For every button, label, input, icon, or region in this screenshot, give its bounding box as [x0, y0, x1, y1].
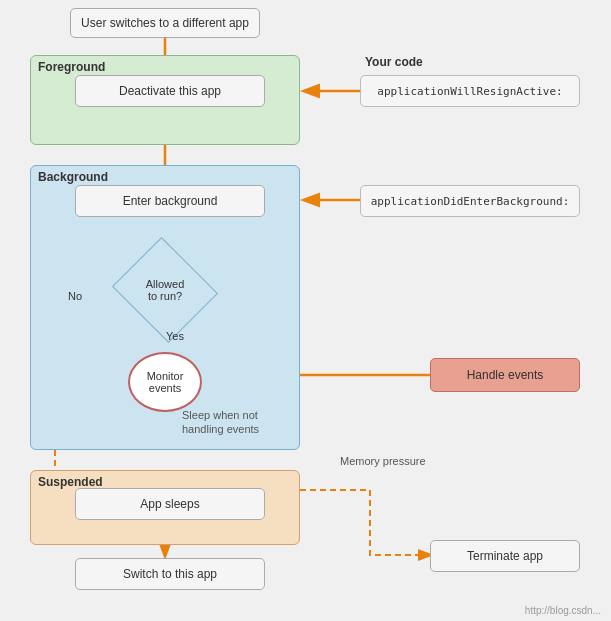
- background-label: Background: [38, 170, 108, 184]
- foreground-label: Foreground: [38, 60, 105, 74]
- app-sleeps-label: App sleeps: [140, 497, 199, 511]
- enter-bg-label: applicationDidEnterBackground:: [371, 195, 570, 208]
- diagram: User switches to a different app Foregro…: [0, 0, 611, 621]
- suspended-label: Suspended: [38, 475, 103, 489]
- resign-active-box: applicationWillResignActive:: [360, 75, 580, 107]
- handle-events-box: Handle events: [430, 358, 580, 392]
- handle-events-label: Handle events: [467, 368, 544, 382]
- allowed-diamond: Allowedto run?: [125, 255, 205, 325]
- enter-background-label: Enter background: [123, 194, 218, 208]
- switch-to-label: Switch to this app: [123, 567, 217, 581]
- monitor-events-box: Monitor events: [128, 352, 202, 412]
- user-switches-label: User switches to a different app: [81, 16, 249, 30]
- your-code-label: Your code: [365, 55, 423, 69]
- deactivate-box: Deactivate this app: [75, 75, 265, 107]
- resign-active-label: applicationWillResignActive:: [377, 85, 562, 98]
- user-switches-box: User switches to a different app: [70, 8, 260, 38]
- switch-to-box: Switch to this app: [75, 558, 265, 590]
- yes-label: Yes: [166, 330, 184, 342]
- sleep-label: Sleep when nothandling events: [182, 408, 259, 437]
- memory-pressure-label: Memory pressure: [340, 455, 426, 467]
- terminate-label: Terminate app: [467, 549, 543, 563]
- enter-bg-box: applicationDidEnterBackground:: [360, 185, 580, 217]
- monitor-events-label: Monitor events: [130, 370, 200, 394]
- watermark: http://blog.csdn...: [525, 605, 601, 616]
- diamond-label: Allowedto run?: [125, 255, 205, 325]
- enter-background-box: Enter background: [75, 185, 265, 217]
- no-label: No: [68, 290, 82, 302]
- deactivate-label: Deactivate this app: [119, 84, 221, 98]
- terminate-box: Terminate app: [430, 540, 580, 572]
- app-sleeps-box: App sleeps: [75, 488, 265, 520]
